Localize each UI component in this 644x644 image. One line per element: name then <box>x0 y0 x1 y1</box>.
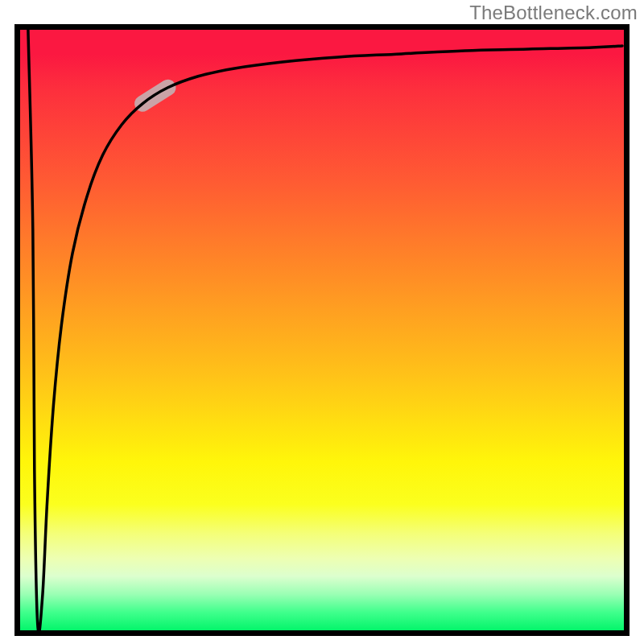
chart-container: TheBottleneck.com <box>0 0 644 644</box>
bottleneck-curve <box>28 30 622 633</box>
line-plot <box>20 30 624 630</box>
plot-frame <box>14 24 630 636</box>
watermark-text: TheBottleneck.com <box>469 2 638 24</box>
